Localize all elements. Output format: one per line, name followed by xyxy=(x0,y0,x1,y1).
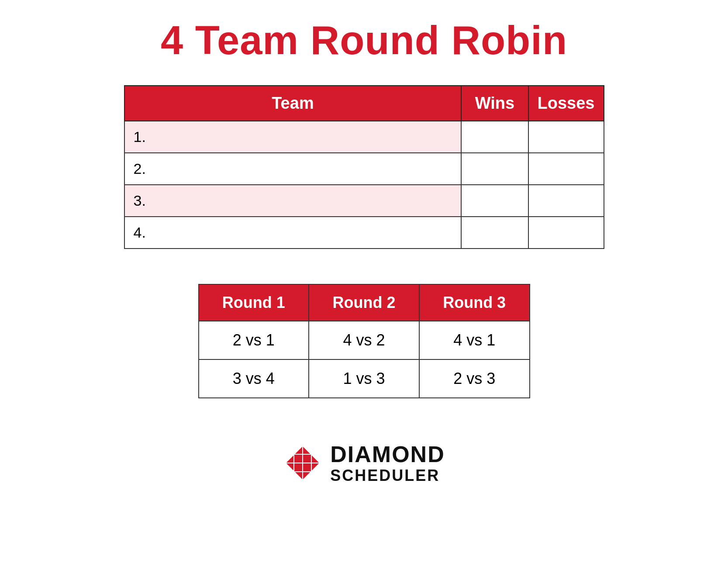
logo-area: DIAMOND SCHEDULER xyxy=(283,442,445,484)
team-row: 1. xyxy=(124,121,604,153)
teams-table: Team Wins Losses 1. 2. 3. 4. xyxy=(124,85,604,249)
round-matchup-r2-c1: 3 vs 4 xyxy=(199,359,309,398)
team-row: 2. xyxy=(124,153,604,185)
round-matchup-r1-c3: 4 vs 1 xyxy=(419,321,530,359)
losses-cell xyxy=(528,121,604,153)
round-header-2: Round 2 xyxy=(309,284,419,321)
logo-scheduler-label: SCHEDULER xyxy=(330,467,445,484)
wins-header: Wins xyxy=(461,86,528,121)
losses-header: Losses xyxy=(528,86,604,121)
diamond-scheduler-logo-icon xyxy=(283,443,322,483)
round-row: 3 vs 41 vs 32 vs 3 xyxy=(199,359,530,398)
team-number-cell: 3. xyxy=(124,185,462,217)
team-row: 4. xyxy=(124,217,604,249)
losses-cell xyxy=(528,217,604,249)
wins-cell xyxy=(461,217,528,249)
team-number-cell: 1. xyxy=(124,121,462,153)
round-header-3: Round 3 xyxy=(419,284,530,321)
team-number-cell: 4. xyxy=(124,217,462,249)
losses-cell xyxy=(528,185,604,217)
team-row: 3. xyxy=(124,185,604,217)
wins-cell xyxy=(461,121,528,153)
teams-table-wrapper: Team Wins Losses 1. 2. 3. 4. xyxy=(124,85,604,249)
wins-cell xyxy=(461,185,528,217)
team-header: Team xyxy=(124,86,462,121)
round-row: 2 vs 14 vs 24 vs 1 xyxy=(199,321,530,359)
round-matchup-r2-c2: 1 vs 3 xyxy=(309,359,419,398)
round-matchup-r1-c2: 4 vs 2 xyxy=(309,321,419,359)
team-number-cell: 2. xyxy=(124,153,462,185)
rounds-table: Round 1Round 2Round 3 2 vs 14 vs 24 vs 1… xyxy=(198,284,530,398)
losses-cell xyxy=(528,153,604,185)
logo-diamond-label: DIAMOND xyxy=(330,442,445,467)
logo-text: DIAMOND SCHEDULER xyxy=(330,442,445,484)
round-header-1: Round 1 xyxy=(199,284,309,321)
round-matchup-r1-c1: 2 vs 1 xyxy=(199,321,309,359)
round-matchup-r2-c3: 2 vs 3 xyxy=(419,359,530,398)
rounds-table-wrapper: Round 1Round 2Round 3 2 vs 14 vs 24 vs 1… xyxy=(198,284,530,398)
wins-cell xyxy=(461,153,528,185)
page-title: 4 Team Round Robin xyxy=(161,17,567,63)
